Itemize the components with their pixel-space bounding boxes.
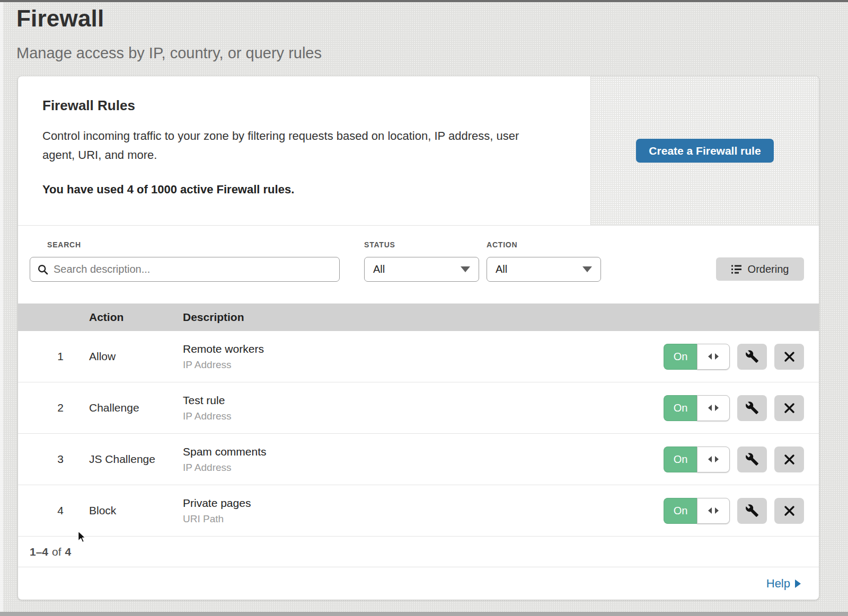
ordering-button[interactable]: Ordering xyxy=(716,257,804,281)
action-label: ACTION xyxy=(487,240,517,249)
rule-action: Allow xyxy=(89,350,183,363)
page-title: Firewall xyxy=(16,5,322,32)
create-firewall-rule-button[interactable]: Create a Firewall rule xyxy=(636,139,773,163)
help-link-label: Help xyxy=(766,577,790,591)
edit-rule-button[interactable] xyxy=(737,395,767,421)
edit-rule-button[interactable] xyxy=(737,447,767,472)
pagination-summary: 1–4 of 4 xyxy=(18,537,819,567)
firewall-page: Firewall Manage access by IP, country, o… xyxy=(0,0,848,616)
rule-row: 1 Allow Remote workers IP Address On xyxy=(18,331,819,382)
wrench-icon xyxy=(745,504,759,517)
rule-enabled-toggle[interactable]: On xyxy=(664,498,730,524)
rule-enabled-toggle[interactable]: On xyxy=(664,447,730,472)
card-description: Control incoming traffic to your zone by… xyxy=(42,127,546,165)
search-label: SEARCH xyxy=(47,240,81,249)
rule-description: Private pages URI Path xyxy=(183,497,664,525)
toggle-on-label: On xyxy=(664,395,697,421)
toggle-on-label: On xyxy=(664,344,697,370)
table-header: Action Description xyxy=(18,303,819,331)
rule-controls: On xyxy=(664,498,819,524)
rule-row: 3 JS Challenge Spam comments IP Address … xyxy=(18,434,819,485)
window-left-edge xyxy=(0,2,3,616)
usage-note: You have used 4 of 1000 active Firewall … xyxy=(42,183,559,197)
card-heading: Firewall Rules xyxy=(42,97,559,114)
rule-row: 4 Block Private pages URI Path On xyxy=(18,485,819,537)
card-top-left: Firewall Rules Control incoming traffic … xyxy=(18,76,590,225)
status-select[interactable]: All xyxy=(364,257,479,282)
action-column-header: Action xyxy=(89,311,183,324)
rule-action: JS Challenge xyxy=(89,453,183,466)
edit-rule-button[interactable] xyxy=(737,498,767,524)
help-row: Help xyxy=(18,567,819,600)
rule-controls: On xyxy=(664,395,819,421)
page-header: Firewall Manage access by IP, country, o… xyxy=(16,5,322,62)
rule-description: Remote workers IP Address xyxy=(183,343,664,371)
pagination-total: 4 xyxy=(65,546,72,558)
status-label: STATUS xyxy=(364,240,395,249)
rule-action: Block xyxy=(89,504,183,517)
rule-description-title: Private pages xyxy=(183,497,664,510)
card-top-section: Firewall Rules Control incoming traffic … xyxy=(18,76,819,226)
window-bottom-edge xyxy=(0,612,848,616)
firewall-rules-card: Firewall Rules Control incoming traffic … xyxy=(17,76,819,600)
rule-match-type: IP Address xyxy=(183,410,664,422)
rule-priority: 1 xyxy=(18,350,89,363)
ordering-button-label: Ordering xyxy=(748,263,789,275)
close-icon xyxy=(784,505,795,516)
action-select[interactable]: All xyxy=(487,257,601,282)
caret-down-icon xyxy=(461,266,470,272)
left-right-arrows-icon xyxy=(697,344,730,370)
pagination-range: 1–4 xyxy=(30,546,48,558)
search-input[interactable] xyxy=(54,263,332,275)
help-arrow-icon xyxy=(795,579,801,588)
delete-rule-button[interactable] xyxy=(774,395,804,421)
filters-bar: SEARCH STATUS All ACTION All xyxy=(18,226,819,303)
rule-priority: 2 xyxy=(18,401,89,414)
left-right-arrows-icon xyxy=(697,447,730,472)
search-icon xyxy=(38,264,48,275)
toggle-on-label: On xyxy=(664,447,697,472)
status-select-value: All xyxy=(373,263,385,275)
rule-match-type: IP Address xyxy=(183,359,664,371)
left-right-arrows-icon xyxy=(697,498,730,524)
rule-priority: 4 xyxy=(18,504,89,517)
rule-action: Challenge xyxy=(89,401,183,414)
rule-description: Spam comments IP Address xyxy=(183,445,664,474)
wrench-icon xyxy=(745,350,759,363)
rule-description-title: Test rule xyxy=(183,394,664,407)
search-box[interactable] xyxy=(30,257,340,282)
rule-description-title: Remote workers xyxy=(183,343,664,355)
rule-enabled-toggle[interactable]: On xyxy=(664,344,730,370)
rule-description: Test rule IP Address xyxy=(183,394,664,422)
action-select-value: All xyxy=(496,263,507,275)
description-column-header: Description xyxy=(183,311,819,324)
delete-rule-button[interactable] xyxy=(774,447,804,472)
rule-priority: 3 xyxy=(18,453,89,466)
close-icon xyxy=(784,351,795,362)
wrench-icon xyxy=(745,401,759,415)
rule-row: 2 Challenge Test rule IP Address On xyxy=(18,382,819,434)
rule-enabled-toggle[interactable]: On xyxy=(664,395,730,421)
wrench-icon xyxy=(745,452,759,466)
left-right-arrows-icon xyxy=(697,395,730,421)
rule-controls: On xyxy=(664,344,819,370)
help-link[interactable]: Help xyxy=(766,577,801,591)
delete-rule-button[interactable] xyxy=(774,344,804,370)
ordering-list-icon xyxy=(731,265,742,274)
rule-match-type: URI Path xyxy=(183,513,664,525)
pagination-of: of xyxy=(52,546,61,558)
close-icon xyxy=(784,454,795,465)
close-icon xyxy=(784,403,795,414)
edit-rule-button[interactable] xyxy=(737,344,767,370)
toggle-on-label: On xyxy=(664,498,697,524)
rule-controls: On xyxy=(664,447,819,472)
page-subtitle: Manage access by IP, country, or query r… xyxy=(16,44,322,62)
rule-match-type: IP Address xyxy=(183,462,664,474)
window-top-edge xyxy=(0,0,848,2)
caret-down-icon xyxy=(582,266,592,272)
delete-rule-button[interactable] xyxy=(774,498,804,524)
rule-description-title: Spam comments xyxy=(183,445,664,458)
card-top-right: Create a Firewall rule xyxy=(590,76,819,225)
